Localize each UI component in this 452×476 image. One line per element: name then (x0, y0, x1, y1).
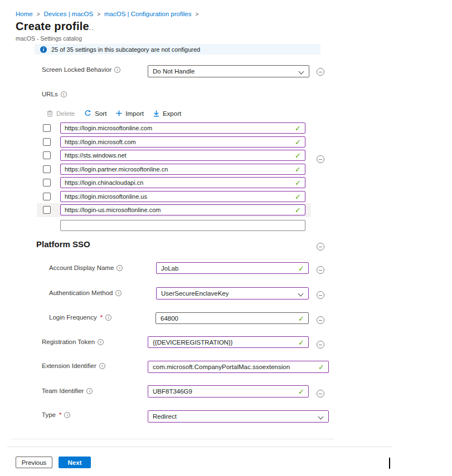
url-input[interactable]: https://login.microsoft.com✓ (60, 136, 305, 148)
type-dropdown[interactable]: Redirect (148, 410, 329, 423)
trash-icon (47, 110, 53, 117)
account-display-name-label: Account Display Name i (49, 264, 123, 271)
info-banner-text: 25 of 35 settings in this subcategory ar… (51, 46, 200, 53)
account-display-name-input[interactable]: JoLab ✓ (156, 262, 309, 274)
url-row: https://login.chinacloudapi.cn✓ (37, 176, 311, 190)
url-input[interactable]: https://sts.windows.net✓ (60, 150, 305, 161)
import-label: Import (125, 110, 144, 117)
platform-sso-heading: Platform SSO (36, 239, 90, 249)
info-icon[interactable]: i (64, 412, 70, 418)
registration-token-input[interactable]: {{DEVICEREGISTRATION}} ✓ (148, 336, 309, 348)
url-value: https://login.microsoftonline.com (65, 125, 152, 131)
breadcrumb-devices-macos[interactable]: Devices | macOS (44, 11, 94, 17)
remove-setting-button[interactable] (317, 243, 324, 251)
valid-check-icon: ✓ (295, 124, 301, 133)
url-value: https://login.microsoft.com (65, 139, 136, 145)
label-text: Extension Identifier (42, 362, 96, 369)
info-icon[interactable]: i (116, 265, 123, 271)
info-banner: i 25 of 35 settings in this subcategory … (35, 44, 320, 55)
url-row-checkbox[interactable] (43, 124, 51, 132)
breadcrumb-separator: > (195, 11, 198, 17)
url-input-empty[interactable] (60, 220, 305, 231)
url-input[interactable]: https://login-us.microsoftonline.com✓ (60, 204, 305, 215)
info-icon[interactable]: i (86, 388, 93, 394)
url-value: https://login-us.microsoftonline.com (65, 207, 161, 213)
sort-label: Sort (95, 110, 106, 117)
required-asterisk: * (59, 411, 61, 418)
info-icon[interactable]: i (105, 315, 111, 321)
url-row-checkbox[interactable] (43, 151, 51, 159)
url-input[interactable]: https://login.chinacloudapi.cn✓ (60, 177, 305, 188)
url-row: https://sts.windows.net✓ (37, 149, 311, 163)
remove-setting-button[interactable] (317, 266, 324, 274)
info-icon[interactable]: i (114, 67, 120, 73)
remove-setting-button[interactable] (317, 390, 324, 398)
export-label: Export (163, 110, 181, 117)
url-input[interactable]: https://login.microsoftonline.us✓ (60, 191, 305, 202)
url-row: https://login.microsoft.com✓ (37, 135, 311, 149)
url-row-checkbox[interactable] (43, 179, 51, 187)
extension-identifier-input[interactable]: com.microsoft.CompanyPortalMac.ssoextens… (148, 361, 329, 373)
extension-identifier-label: Extension Identifier i (42, 362, 105, 369)
footer-divider (7, 446, 392, 447)
field-value: com.microsoft.CompanyPortalMac.ssoextens… (153, 364, 290, 370)
url-list: https://login.microsoftonline.com✓ https… (37, 121, 311, 232)
valid-check-icon: ✓ (295, 206, 301, 214)
registration-token-label: Registration Token i (42, 338, 104, 345)
type-label: Type * i (42, 411, 70, 418)
remove-setting-button[interactable] (317, 341, 324, 349)
plus-icon (116, 110, 122, 116)
info-icon[interactable]: i (99, 363, 105, 369)
field-value: 64800 (161, 315, 178, 322)
url-value: https://login.microsoftonline.us (65, 193, 147, 200)
url-value: https://login.chinacloudapi.cn (65, 179, 143, 186)
info-icon[interactable]: i (98, 339, 104, 345)
url-row-checkbox[interactable] (43, 165, 51, 173)
import-button[interactable]: Import (116, 110, 144, 117)
breadcrumb-home[interactable]: Home (16, 11, 33, 17)
remove-setting-button[interactable] (317, 316, 324, 324)
label-text: Account Display Name (49, 264, 114, 271)
valid-check-icon: ✓ (295, 179, 301, 187)
text-cursor (389, 458, 390, 469)
next-button[interactable]: Next (59, 457, 91, 468)
export-button[interactable]: Export (153, 110, 181, 117)
team-identifier-input[interactable]: UBF8T346G9 ✓ (148, 385, 309, 398)
breadcrumb-configuration-profiles[interactable]: macOS | Configuration profiles (104, 11, 191, 17)
login-frequency-input[interactable]: 64800 ✓ (155, 312, 309, 324)
create-profile-page: Home > Devices | macOS > macOS | Configu… (0, 0, 452, 476)
field-value: {{DEVICEREGISTRATION}} (153, 339, 233, 346)
valid-check-icon: ✓ (295, 151, 301, 160)
chevron-down-icon (318, 414, 324, 420)
remove-setting-button[interactable] (317, 291, 324, 299)
label-text: Registration Token (42, 338, 95, 345)
label-text: Team Identifier (42, 387, 84, 394)
remove-setting-button[interactable] (317, 155, 324, 163)
url-input[interactable]: https://login.microsoftonline.com✓ (60, 122, 305, 134)
authentication-method-dropdown[interactable]: UserSecureEnclaveKey (156, 287, 309, 300)
required-asterisk: * (100, 314, 103, 321)
sort-button[interactable]: Sort (84, 110, 106, 117)
remove-setting-button[interactable] (317, 68, 324, 76)
valid-check-icon: ✓ (298, 338, 304, 347)
url-row-checkbox[interactable] (43, 206, 51, 214)
valid-check-icon: ✓ (295, 138, 301, 146)
label-text: Type (42, 411, 56, 418)
previous-button[interactable]: Previous (16, 457, 52, 468)
label-text: URLs (42, 91, 58, 97)
url-row-checkbox[interactable] (43, 138, 51, 146)
info-filled-icon: i (40, 46, 47, 53)
dropdown-value: Redirect (153, 413, 177, 420)
breadcrumb: Home > Devices | macOS > macOS | Configu… (16, 11, 198, 17)
label-text: Authentication Method (49, 289, 113, 296)
page-subtitle: macOS - Settings catalog (16, 35, 82, 42)
url-input[interactable]: https://login.partner.microsoftonline.cn… (60, 164, 305, 175)
field-value: JoLab (161, 265, 178, 272)
url-row-highlighted: https://login-us.microsoftonline.com✓ (37, 203, 311, 217)
screen-locked-behavior-dropdown[interactable]: Do Not Handle (148, 65, 309, 77)
info-icon[interactable]: i (115, 290, 121, 296)
url-value: https://sts.windows.net (65, 152, 127, 159)
more-options-button[interactable]: ... (86, 23, 94, 32)
url-row-checkbox[interactable] (43, 193, 51, 200)
info-icon[interactable]: i (61, 91, 67, 97)
